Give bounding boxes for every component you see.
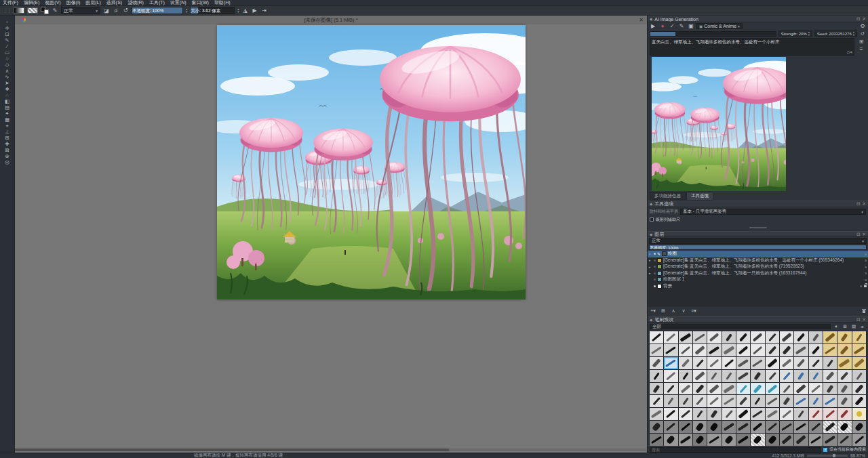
history-icon[interactable]: ≡	[858, 46, 865, 51]
color-sampler-tool[interactable]: ✦	[1, 110, 14, 117]
brush-preset-thumbnail[interactable]	[823, 344, 837, 356]
brush-preset-thumbnail[interactable]	[766, 370, 779, 382]
brush-preset-thumbnail[interactable]	[751, 434, 764, 446]
brush-preset-thumbnail[interactable]	[852, 408, 866, 420]
brush-preset-thumbnail[interactable]	[650, 357, 663, 369]
brush-preset-thumbnail[interactable]	[693, 357, 707, 369]
brush-preset-thumbnail[interactable]	[794, 344, 808, 356]
list-view-icon[interactable]: ≡	[859, 323, 866, 331]
brush-preset-thumbnail[interactable]	[736, 408, 750, 420]
brush-preset-thumbnail[interactable]	[707, 408, 721, 420]
brush-preset-thumbnail[interactable]	[664, 434, 677, 446]
brush-preset-thumbnail[interactable]	[823, 408, 837, 420]
strength-spinbox[interactable]: Strength: 20% ▴▾	[778, 30, 812, 37]
region-button[interactable]: ▣	[688, 22, 694, 30]
brush-preset-thumbnail[interactable]	[736, 331, 750, 344]
strength-slider[interactable]	[650, 31, 776, 37]
brush-preset-thumbnail[interactable]	[809, 331, 823, 344]
brush-preset-thumbnail[interactable]	[693, 344, 707, 356]
brush-preset-thumbnail[interactable]	[837, 395, 851, 407]
brush-preset-thumbnail[interactable]	[751, 370, 764, 382]
brush-preset-thumbnail[interactable]	[722, 383, 736, 395]
smart-patch-tool[interactable]: ✚	[1, 141, 14, 147]
blend-mode-dropdown[interactable]: 正常 ▾	[61, 7, 100, 14]
ellipse-tool[interactable]: ○	[1, 56, 14, 62]
brush-preset-thumbnail[interactable]	[852, 395, 866, 407]
toolbar-drag-handle[interactable]: ⋮⋮	[3, 8, 11, 14]
menu-item-1[interactable]: 编辑(E)	[21, 0, 42, 6]
canvas-horizontal-scrollbar[interactable]	[15, 449, 647, 451]
brush-preset-thumbnail[interactable]	[852, 421, 866, 433]
crop-tool[interactable]: ⊡	[1, 31, 14, 37]
brush-preset-thumbnail[interactable]	[837, 434, 851, 446]
brush-preset-thumbnail[interactable]	[707, 357, 721, 369]
brush-preset-thumbnail[interactable]	[664, 395, 677, 407]
brush-preset-thumbnail[interactable]	[823, 370, 837, 382]
brush-preset-thumbnail[interactable]	[809, 383, 823, 395]
brush-preset-thumbnail[interactable]	[751, 383, 764, 395]
brush-preset-thumbnail[interactable]	[693, 408, 707, 420]
brush-preset-thumbnail[interactable]	[766, 383, 779, 395]
transform-tool[interactable]: ▫	[1, 19, 14, 25]
brush-preset-thumbnail[interactable]	[794, 383, 808, 395]
brush-preset-thumbnail[interactable]	[722, 370, 736, 382]
brush-preset-thumbnail[interactable]	[852, 344, 866, 356]
brush-preset-thumbnail[interactable]	[794, 395, 808, 407]
menu-item-3[interactable]: 图像(I)	[64, 0, 83, 6]
opacity-spinner[interactable]: ▴▾	[186, 8, 187, 13]
brush-preset-thumbnail[interactable]	[693, 434, 707, 446]
brush-preset-thumbnail[interactable]	[722, 344, 736, 356]
layer-expander-icon[interactable]: ▸	[649, 265, 652, 269]
brush-preset-thumbnail[interactable]	[794, 421, 808, 433]
workspaces-icon[interactable]: ⊞	[858, 39, 865, 44]
brush-preset-thumbnail[interactable]	[780, 383, 793, 395]
brush-preset-thumbnail[interactable]	[722, 357, 736, 369]
brush-preset-thumbnail[interactable]	[693, 383, 707, 395]
float-docker-icon[interactable]: ⊡	[856, 201, 860, 207]
brush-preset-thumbnail[interactable]	[664, 357, 677, 369]
brush-preset-thumbnail[interactable]	[780, 370, 793, 382]
brush-preset-thumbnail[interactable]	[751, 395, 764, 407]
brush-preset-thumbnail[interactable]	[679, 434, 692, 446]
tag-filter-combo[interactable]: 全部	[650, 324, 831, 329]
brush-preset-thumbnail[interactable]	[852, 357, 866, 369]
brush-preset-thumbnail[interactable]	[679, 383, 692, 395]
line-tool[interactable]: ∕	[1, 43, 14, 49]
inherit-alpha-icon[interactable]: a	[865, 252, 867, 256]
menu-item-6[interactable]: 滤镜(R)	[125, 0, 146, 6]
generate-live-button[interactable]: ▶	[650, 22, 656, 30]
brush-preset-thumbnail[interactable]	[679, 395, 692, 407]
zoom-slider[interactable]	[807, 455, 848, 457]
brush-preset-thumbnail[interactable]	[794, 331, 808, 344]
brush-preset-thumbnail[interactable]	[650, 421, 663, 433]
brush-preset-thumbnail[interactable]	[794, 370, 808, 382]
brush-preset-thumbnail[interactable]	[679, 408, 692, 420]
close-docker-icon[interactable]: ✕	[863, 317, 866, 322]
brush-preset-thumbnail[interactable]	[794, 357, 808, 369]
zoom-tool[interactable]: ⊕	[1, 153, 14, 159]
eraser-mode-icon[interactable]: ◪	[103, 7, 110, 14]
preserve-alpha-icon[interactable]: α	[113, 7, 119, 14]
brush-preset-thumbnail[interactable]	[823, 434, 837, 446]
layer-opacity-slider[interactable]: 不透明度: 100%	[649, 245, 867, 250]
brush-preset-thumbnail[interactable]	[809, 421, 823, 433]
delete-layer-button[interactable]	[861, 308, 866, 313]
brush-preset-thumbnail[interactable]	[766, 421, 779, 433]
brush-preset-thumbnail[interactable]	[837, 421, 851, 433]
brush-preset-thumbnail[interactable]	[679, 421, 692, 433]
gear-icon[interactable]: ⚙	[859, 22, 866, 30]
brush-preset-thumbnail[interactable]	[736, 395, 750, 407]
brush-preset-thumbnail[interactable]	[736, 421, 750, 433]
move-layer-up-button[interactable]: ∧	[670, 307, 677, 314]
move-layer-down-button[interactable]: ∨	[680, 307, 687, 314]
brush-preset-thumbnail[interactable]	[722, 421, 736, 433]
mirror-view-icon[interactable]: ⇥	[261, 7, 268, 14]
brush-preset-thumbnail[interactable]	[707, 421, 721, 433]
brush-preset-thumbnail[interactable]	[780, 421, 793, 433]
brush-preset-thumbnail[interactable]	[794, 408, 808, 420]
float-docker-icon[interactable]: ⊡	[856, 232, 860, 237]
brush-editor-icon[interactable]: ✎	[52, 7, 58, 14]
reload-preset-icon[interactable]: ↺	[122, 7, 129, 14]
prompt-input[interactable]: 蓝天白云、绿草地上、飞翔着许多粉色的水母、远处有一个小村庄	[652, 39, 852, 50]
layer-properties-button[interactable]: ≡▾	[690, 307, 697, 314]
